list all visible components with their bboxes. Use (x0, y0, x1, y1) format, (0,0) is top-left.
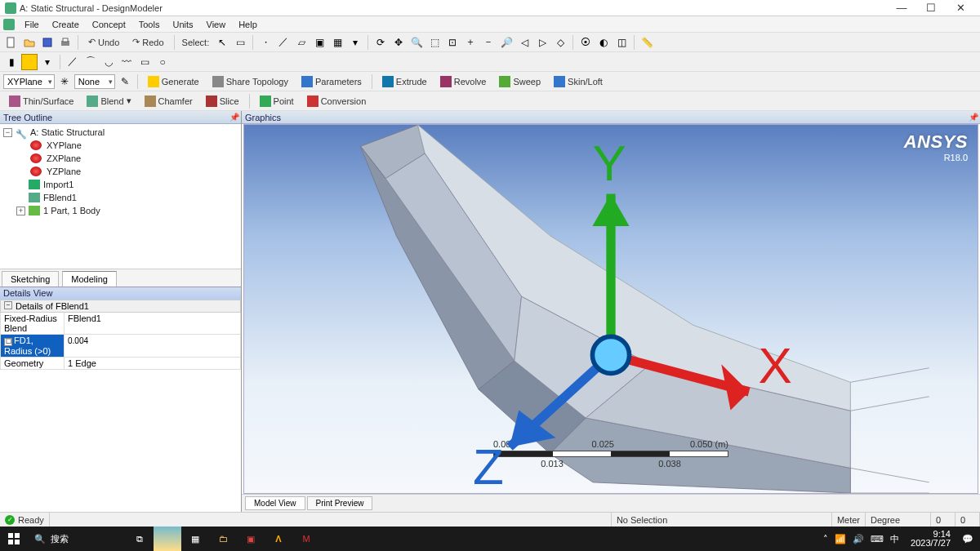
tray-ime[interactable]: 中 (890, 533, 899, 545)
conversion-button[interactable]: Conversion (301, 93, 372, 109)
magnifier-button[interactable]: 🔎 (498, 34, 514, 51)
zoom-in-button[interactable]: ＋ (462, 34, 479, 51)
save-button[interactable] (39, 34, 56, 51)
filter-face-button[interactable]: ▱ (293, 34, 310, 51)
menu-create[interactable]: Create (46, 18, 86, 31)
prop-row-geometry[interactable]: Geometry1 Edge (0, 358, 241, 370)
filter-vertex-button[interactable]: ⬝ (257, 34, 274, 51)
tray-clock[interactable]: 9:142023/7/27 (906, 530, 956, 548)
extend-selection-button[interactable]: ▾ (347, 34, 363, 51)
menu-tools[interactable]: Tools (132, 18, 167, 31)
taskbar-app-2[interactable]: ▦ (181, 527, 209, 551)
tree-item-fblend[interactable]: FBlend1 (42, 191, 78, 204)
open-button[interactable] (21, 34, 38, 51)
sketch-combo[interactable]: None (74, 74, 115, 89)
color-tool-icon[interactable] (21, 54, 38, 70)
display-button[interactable]: ◐ (595, 34, 612, 51)
print-button[interactable] (57, 34, 74, 51)
taskbar-gmail[interactable]: M (292, 527, 320, 551)
system-tray[interactable]: ˄ 📶 🔊 ⌨ 中 9:142023/7/27 💬 (817, 530, 980, 548)
filter-all-button[interactable]: ▦ (329, 34, 345, 51)
next-view-button[interactable]: ▷ (534, 34, 550, 51)
sketch-tangent-icon[interactable]: ⌒ (82, 54, 99, 70)
tray-volume-icon[interactable]: 🔊 (853, 534, 864, 544)
point-button[interactable]: Point (254, 93, 300, 109)
menu-view[interactable]: View (200, 18, 233, 31)
line-tool-icon[interactable]: ▾ (39, 54, 56, 70)
new-button[interactable] (3, 34, 20, 51)
graphics-header[interactable]: Graphics📌 (242, 111, 980, 124)
taskbar-explorer[interactable]: 🗀 (209, 527, 237, 551)
tree-toggle[interactable]: + (16, 207, 25, 216)
tree-toggle[interactable]: − (3, 128, 12, 137)
zoom-box-button[interactable]: ⬚ (426, 34, 443, 51)
filter-edge-button[interactable]: ／ (275, 34, 292, 51)
extrude-button[interactable]: Extrude (376, 73, 433, 90)
select-pointer-button[interactable]: ↖ (214, 34, 230, 51)
menu-help[interactable]: Help (232, 18, 264, 31)
sweep-button[interactable]: Sweep (493, 73, 546, 90)
zoom-button[interactable]: 🔍 (408, 34, 425, 51)
sketch-spline-icon[interactable]: 〰 (118, 54, 135, 70)
tray-keyboard-icon[interactable]: ⌨ (871, 534, 884, 544)
tray-network-icon[interactable]: 📶 (835, 534, 846, 544)
taskbar-app-1[interactable] (154, 527, 181, 551)
sketch-rect-icon[interactable]: ▭ (136, 54, 153, 70)
zoom-fit-button[interactable]: ⊡ (444, 34, 461, 51)
share-topology-button[interactable]: Share Topology (207, 73, 294, 90)
taskbar-search[interactable]: 🔍 搜索 (28, 533, 126, 545)
tray-notifications-icon[interactable]: 💬 (962, 534, 973, 544)
tree-outline[interactable]: −🔧A: Static Structural XYPlane ZXPlane Y… (0, 124, 241, 269)
plane-combo[interactable]: XYPlane (3, 74, 55, 89)
pin-icon[interactable]: 📌 (969, 113, 978, 122)
tree-root[interactable]: A: Static Structural (29, 126, 106, 139)
redo-button[interactable]: ↷Redo (127, 34, 169, 50)
sketch-line-icon[interactable]: ／ (65, 54, 81, 70)
minimize-button[interactable]: — (887, 2, 916, 14)
start-button[interactable] (0, 527, 28, 551)
menu-concept[interactable]: Concept (86, 18, 132, 31)
axis-triad[interactable]: X Y Z (244, 125, 978, 493)
menu-units[interactable]: Units (166, 18, 199, 31)
skin-loft-button[interactable]: Skin/Loft (548, 73, 608, 90)
sketch-circle-icon[interactable]: ○ (154, 54, 171, 70)
task-view-button[interactable]: ⧉ (126, 527, 154, 551)
tree-item-import[interactable]: Import1 (42, 178, 75, 191)
chamfer-button[interactable]: Chamfer (139, 93, 198, 109)
taskbar-ansys[interactable]: Λ (265, 527, 292, 551)
generate-button[interactable]: Generate (142, 73, 205, 90)
pan-button[interactable]: ✥ (390, 34, 407, 51)
menu-file[interactable]: File (18, 18, 46, 31)
details-view-header[interactable]: Details View (0, 287, 241, 300)
thin-surface-button[interactable]: Thin/Surface (3, 93, 79, 109)
tree-item-zxplane[interactable]: ZXPlane (45, 152, 82, 165)
tree-item-yzplane[interactable]: YZPlane (45, 165, 82, 178)
close-button[interactable]: ✕ (946, 2, 975, 14)
previous-view-button[interactable]: ◁ (516, 34, 532, 51)
maximize-button[interactable]: ☐ (916, 2, 946, 14)
radius-input[interactable] (68, 336, 237, 345)
parameters-button[interactable]: Parameters (296, 73, 368, 90)
filter-body-button[interactable]: ▣ (311, 34, 327, 51)
slice-button[interactable]: Slice (200, 93, 245, 109)
revolve-button[interactable]: Revolve (434, 73, 492, 90)
tab-sketching[interactable]: Sketching (2, 271, 59, 287)
tree-item-part[interactable]: 1 Part, 1 Body (42, 204, 102, 217)
undo-button[interactable]: ↶Undo (82, 34, 125, 50)
tree-outline-header[interactable]: Tree Outline📌 (0, 111, 241, 124)
prop-row-radius[interactable]: ☐FD1, Radius (>0) (0, 335, 241, 358)
select-tool-icon[interactable]: ▮ (3, 54, 20, 70)
tab-model-view[interactable]: Model View (245, 496, 305, 510)
blend-button[interactable]: Blend ▾ (81, 93, 136, 109)
taskbar-app-3[interactable]: ▣ (237, 527, 265, 551)
look-at-button[interactable]: ⦿ (577, 34, 594, 51)
pin-icon[interactable]: 📌 (229, 113, 239, 122)
zoom-out-button[interactable]: － (480, 34, 497, 51)
prop-row-blend[interactable]: Fixed-Radius BlendFBlend1 (0, 313, 241, 335)
tree-item-xyplane[interactable]: XYPlane (45, 139, 83, 152)
new-plane-button[interactable]: ✳ (56, 73, 73, 90)
tray-chevron-icon[interactable]: ˄ (823, 534, 828, 544)
tab-modeling[interactable]: Modeling (62, 271, 117, 287)
ruler-button[interactable]: 📏 (639, 34, 655, 51)
select-box-button[interactable]: ▭ (232, 34, 248, 51)
